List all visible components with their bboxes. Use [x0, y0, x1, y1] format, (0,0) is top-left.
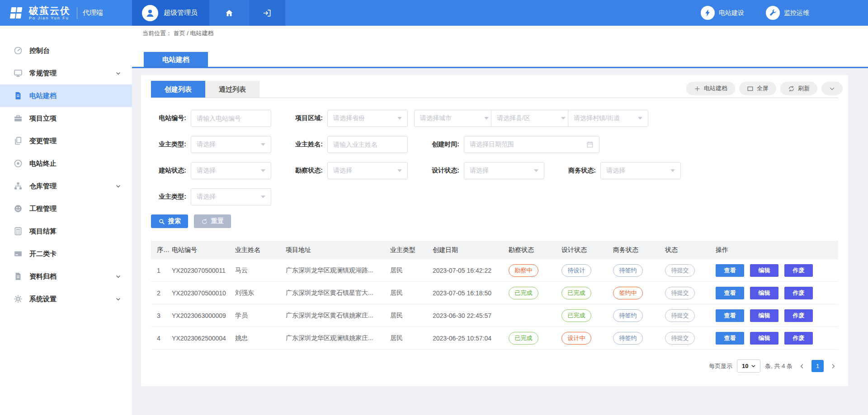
header-nav-item-2[interactable]: 监控运维 — [766, 6, 809, 20]
row-actions: 查看编辑作废 — [716, 287, 838, 299]
row-action-button[interactable]: 作废 — [784, 264, 813, 277]
filter-field: 设计状态:请选择 — [424, 162, 544, 179]
list-tab-1[interactable]: 创建列表 — [151, 81, 205, 98]
status-badge: 待设计 — [561, 264, 591, 277]
select-placeholder: 请选择 — [197, 167, 257, 175]
select-placeholder: 请选择 — [197, 193, 257, 201]
sidebar-item-8[interactable]: 工程管理 — [0, 197, 132, 220]
sidebar-item-3[interactable]: 电站建档 — [0, 84, 132, 107]
sidebar-item-1[interactable]: 控制台 — [0, 39, 132, 62]
sidebar-item-12[interactable]: 系统设置 — [0, 288, 132, 310]
row-action-button[interactable]: 查看 — [716, 264, 744, 277]
row-action-button[interactable]: 编辑 — [750, 264, 778, 277]
breadcrumb-link-1[interactable]: 首页 — [174, 30, 185, 37]
user-name: 超级管理员 — [164, 9, 198, 17]
filter-select[interactable]: 请选择省份 — [327, 110, 408, 127]
row-action-button[interactable]: 编辑 — [750, 332, 778, 345]
sidebar-item-10[interactable]: 开二类卡 — [0, 242, 132, 265]
filter-select[interactable]: 请选择 — [191, 162, 271, 179]
status-badge: 已完成 — [561, 309, 591, 322]
chevron-down-icon — [534, 169, 538, 172]
sidebar-item-label: 项目结算 — [29, 227, 57, 236]
sidebar-item-label: 电站终止 — [29, 159, 57, 168]
table-cell: 广东深圳龙华区黄石镇星官大... — [286, 289, 390, 297]
main-area: 当前位置： 首页 / 电站建档 电站建档 创建列表通过列表 电站建档全屏刷新 电… — [132, 26, 868, 415]
filter-form: 电站编号:项目区域:请选择省份请选择城市请选择县/区请选择村镇/街道业主类型:请… — [151, 110, 838, 205]
header-nav-item-1[interactable]: 电站建设 — [701, 6, 744, 20]
table-cell: 1 — [151, 267, 172, 274]
sidebar-item-7[interactable]: 仓库管理 — [0, 175, 132, 197]
column-header: 项目地址 — [286, 246, 390, 254]
gear-icon — [14, 294, 23, 303]
sidebar-item-11[interactable]: 资料归档 — [0, 265, 132, 288]
select-placeholder: 请选择 — [197, 140, 257, 149]
sidebar-item-label: 资料归档 — [29, 272, 57, 281]
filter-select[interactable]: 请选择 — [191, 188, 271, 205]
page-tab-station-archive[interactable]: 电站建档 — [144, 52, 208, 67]
column-header: 电站编号 — [172, 246, 235, 254]
row-action-button[interactable]: 查看 — [716, 332, 744, 345]
toolbar-button-3[interactable]: 刷新 — [780, 82, 817, 95]
filter-select[interactable]: 请选择 — [464, 162, 544, 179]
gauge-icon — [14, 204, 23, 213]
logout-button[interactable] — [249, 0, 285, 26]
sidebar-item-2[interactable]: 常规管理 — [0, 62, 132, 84]
row-action-button[interactable]: 作废 — [784, 287, 813, 299]
status-cell: 待签约 — [613, 309, 665, 322]
file-icon — [14, 272, 23, 281]
row-action-button[interactable]: 编辑 — [750, 287, 778, 299]
sidebar-item-4[interactable]: 项目立项 — [0, 107, 132, 130]
row-action-button[interactable]: 编辑 — [750, 309, 778, 322]
filter-row-1: 电站编号:项目区域:请选择省份请选择城市请选择县/区请选择村镇/街道 — [151, 110, 838, 127]
sidebar-item-5[interactable]: 变更管理 — [0, 130, 132, 152]
user-menu[interactable]: 超级管理员 — [132, 0, 209, 26]
dashboard-icon — [14, 46, 23, 55]
breadcrumb-items: 首页 / 电站建档 — [174, 30, 214, 37]
status-cell: 已完成 — [509, 332, 561, 345]
filter-input-field[interactable] — [197, 115, 265, 122]
filter-select[interactable]: 请选择县/区 — [491, 110, 571, 127]
row-action-button[interactable]: 查看 — [716, 309, 744, 322]
reset-button[interactable]: 重置 — [194, 214, 231, 228]
sidebar-item-label: 项目立项 — [29, 114, 57, 123]
sidebar-item-6[interactable]: 电站终止 — [0, 152, 132, 175]
top-header: 破茧云伏 Po Jian Yun Fu 代理端 超级管理员 电站建设监控运维 — [0, 0, 868, 26]
filter-input[interactable] — [327, 136, 408, 153]
column-header: 商务状态 — [613, 246, 665, 254]
prev-page-button[interactable] — [799, 363, 805, 369]
row-action-button[interactable]: 作废 — [784, 309, 813, 322]
table-cell: 3 — [151, 312, 172, 319]
home-button[interactable] — [209, 0, 249, 26]
filter-select[interactable]: 请选择村镇/街道 — [568, 110, 648, 127]
table-cell: 广东深圳龙华区观澜镇姚家庄... — [286, 334, 390, 342]
row-actions: 查看编辑作废 — [716, 332, 838, 345]
home-icon — [225, 9, 234, 18]
search-button[interactable]: 搜索 — [151, 214, 188, 228]
filter-select[interactable]: 请选择 — [327, 162, 408, 179]
toolbar-button-label: 全屏 — [757, 84, 769, 93]
per-page-select[interactable]: 10 — [737, 359, 760, 373]
page-number-1[interactable]: 1 — [811, 360, 824, 372]
filter-select[interactable]: 请选择 — [600, 162, 681, 179]
row-action-button[interactable]: 查看 — [716, 287, 744, 299]
sidebar-item-9[interactable]: 项目结算 — [0, 220, 132, 242]
row-action-button[interactable]: 作废 — [784, 332, 813, 345]
filter-field: 业主姓名: — [288, 136, 408, 153]
filter-select[interactable]: 请选择 — [191, 136, 271, 153]
toolbar-button-1[interactable]: 电站建档 — [686, 82, 735, 95]
next-page-button[interactable] — [830, 363, 836, 369]
status-badge: 签约中 — [613, 287, 643, 299]
filter-row-2: 业主类型:请选择业主姓名:创建时间:请选择日期范围 — [151, 136, 838, 153]
filter-select[interactable]: 请选择城市 — [414, 110, 495, 127]
row-actions: 查看编辑作废 — [716, 264, 838, 277]
status-badge: 待提交 — [665, 309, 695, 322]
list-tab-2[interactable]: 通过列表 — [205, 81, 259, 98]
toolbar-button-4[interactable] — [821, 82, 843, 95]
filter-label: 商务状态: — [561, 167, 596, 175]
filter-field: 商务状态:请选择 — [561, 162, 681, 179]
filter-input-field[interactable] — [333, 141, 402, 148]
filter-input[interactable] — [191, 110, 271, 127]
filter-date-range[interactable]: 请选择日期范围 — [464, 136, 599, 153]
toolbar-button-2[interactable]: 全屏 — [739, 82, 776, 95]
header-nav: 电站建设监控运维 — [701, 0, 868, 26]
